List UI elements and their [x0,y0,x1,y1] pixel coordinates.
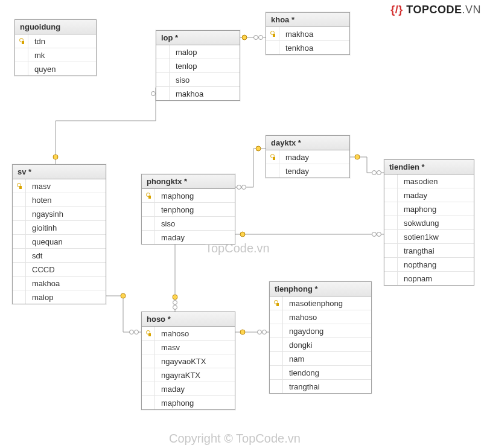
table-row[interactable]: mahoso [270,310,371,324]
table-title[interactable]: sv * [13,165,106,179]
table-row[interactable]: tenkhoa [266,41,349,54]
table-row[interactable]: mahoso [142,327,235,341]
svg-point-11 [256,146,261,151]
key-col-empty [384,174,398,188]
table-row[interactable]: nopnam [384,272,474,285]
key-col-empty [13,263,26,276]
key-col-empty [13,235,26,248]
table-tiendien[interactable]: tiendien *masodienmadaymaphongsokwdungso… [384,159,474,286]
table-row[interactable]: masodien [384,174,474,188]
table-row[interactable]: masotienphong [270,296,371,310]
table-row[interactable]: ngaydong [270,324,371,338]
primary-key-icon [15,34,28,48]
key-col-empty [142,396,155,409]
table-row[interactable]: makhoa [13,277,106,290]
table-title[interactable]: phongktx * [142,174,235,189]
table-title[interactable]: dayktx * [266,136,349,150]
table-row[interactable]: nam [270,352,371,366]
table-title[interactable]: tiendien * [384,160,474,174]
field-name: trangthai [398,245,474,257]
table-row[interactable]: ngayvaoKTX [142,354,235,368]
table-hoso[interactable]: hoso *mahosomasvngayvaoKTXngayraKTXmaday… [141,312,235,410]
svg-point-13 [372,171,377,175]
table-row[interactable]: tdn [15,34,96,48]
table-row[interactable]: makhoa [266,27,349,41]
table-sv[interactable]: sv *masvhotenngaysinhgioitinhquequansdtC… [12,164,106,304]
table-row[interactable]: trangthai [270,380,371,393]
table-tienphong[interactable]: tienphong *masotienphongmahosongaydongdo… [269,281,372,394]
field-name: sokwdung [398,217,474,229]
table-row[interactable]: gioitinh [13,221,106,235]
field-name: trangthai [283,381,371,392]
key-col-empty [270,324,283,338]
field-name: mahoso [155,328,235,339]
table-row[interactable]: quyen [15,62,96,75]
table-title[interactable]: khoa * [266,13,349,27]
field-name: CCCD [26,264,106,275]
table-row[interactable]: dongki [270,338,371,352]
table-row[interactable]: hoten [13,193,106,207]
table-row[interactable]: makhoa [156,87,240,100]
field-name: tenphong [155,204,235,216]
table-title[interactable]: lop * [156,31,240,45]
key-icon [16,182,23,190]
table-dayktx[interactable]: dayktx *madaytenday [266,135,350,178]
field-name: quyen [28,63,96,75]
table-row[interactable]: tiendong [270,366,371,380]
primary-key-icon [270,296,283,310]
key-col-empty [384,188,398,202]
table-row[interactable]: masv [13,179,106,193]
table-row[interactable]: tenday [266,164,349,178]
table-row[interactable]: tenlop [156,59,240,73]
svg-point-16 [372,232,377,237]
table-title[interactable]: hoso * [142,312,235,327]
table-row[interactable]: sdt [13,249,106,263]
table-row[interactable]: siso [156,73,240,87]
field-name: hoten [26,194,106,206]
field-name: sdt [26,250,106,261]
svg-point-23 [263,330,267,334]
svg-point-7 [130,330,134,334]
table-phongktx[interactable]: phongktx *maphongtenphongsisomaday [141,174,235,245]
svg-point-4 [151,92,156,96]
table-title[interactable]: nguoidung [15,20,96,34]
field-name: maday [155,232,235,243]
svg-point-10 [242,185,246,190]
table-row[interactable]: masv [142,341,235,354]
table-row[interactable]: tenphong [142,203,235,217]
table-row[interactable]: ngayraKTX [142,368,235,382]
table-row[interactable]: malop [13,290,106,304]
table-row[interactable]: maday [384,188,474,202]
logo-brace-icon: {/} [390,4,403,16]
table-row[interactable]: ngaysinh [13,207,106,221]
table-row[interactable]: CCCD [13,263,106,277]
table-row[interactable]: maphong [384,202,474,216]
field-name: ngaysinh [26,208,106,220]
table-row[interactable]: sokwdung [384,216,474,230]
table-row[interactable]: nopthang [384,258,474,272]
table-row[interactable]: maphong [142,396,235,409]
table-title[interactable]: tienphong * [270,282,371,296]
table-nguoidung[interactable]: nguoidungtdnmkquyen [14,19,97,76]
table-khoa[interactable]: khoa *makhoatenkhoa [266,12,350,55]
table-row[interactable]: mk [15,48,96,62]
key-icon [273,299,280,307]
field-name: dongki [283,339,371,351]
key-col-empty [13,277,26,290]
field-name: ngayraKTX [155,370,235,381]
key-col-empty [142,382,155,395]
table-row[interactable]: maday [142,382,235,396]
table-row[interactable]: quequan [13,235,106,249]
table-row[interactable]: maday [142,231,235,244]
table-row[interactable]: trangthai [384,244,474,258]
field-name: tdn [28,36,96,47]
key-col-empty [270,366,283,379]
table-lop[interactable]: lop *maloptenlopsisomakhoa [156,30,240,101]
table-row[interactable]: sotien1kw [384,230,474,244]
key-col-empty [384,258,398,271]
table-row[interactable]: maphong [142,189,235,203]
table-row[interactable]: siso [142,217,235,231]
table-row[interactable]: maday [266,150,349,164]
key-col-empty [156,87,170,100]
table-row[interactable]: malop [156,45,240,59]
